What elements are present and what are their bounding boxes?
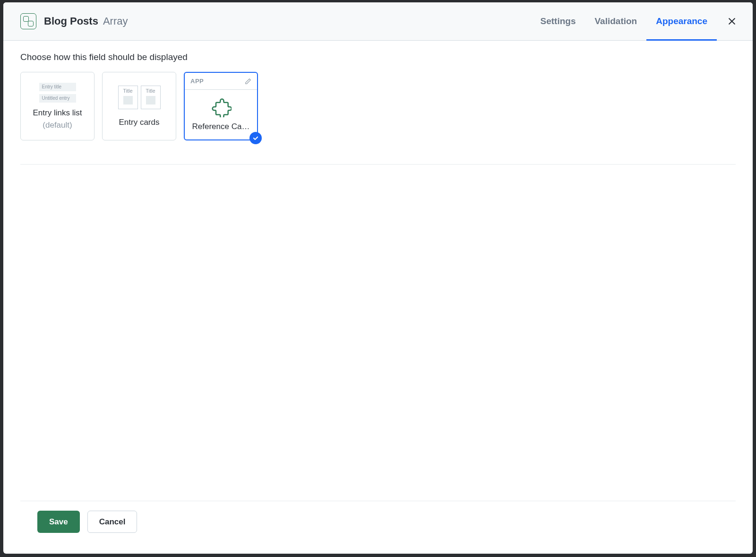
- reference-field-icon: [20, 13, 36, 29]
- app-badge: APP: [190, 78, 204, 85]
- app-badge-header: APP: [185, 73, 257, 90]
- mini-card-title: Title: [123, 88, 132, 94]
- mini-card-title: Title: [146, 88, 155, 94]
- tabs: Settings Validation Appearance: [531, 2, 605, 40]
- appearance-options: Entry title Untitled entry Entry links l…: [20, 72, 605, 140]
- pencil-icon: [245, 78, 251, 85]
- mini-card-block: [146, 96, 155, 104]
- mini-card: Title: [141, 86, 161, 109]
- field-settings-modal: Blog Posts Array Settings Validation App…: [3, 2, 605, 445]
- preview-line: Entry title: [39, 83, 76, 91]
- tab-validation[interactable]: Validation: [585, 2, 605, 40]
- option-label: Entry links list: [33, 108, 82, 118]
- preview-line: Untitled entry: [39, 94, 76, 103]
- check-icon: [252, 135, 259, 141]
- field-name: Blog Posts: [44, 15, 98, 27]
- option-reference-cards[interactable]: APP Reference Ca…: [184, 72, 258, 140]
- mini-card: Title: [118, 86, 138, 109]
- app-body: Reference Ca…: [185, 90, 257, 139]
- option-entry-links-list[interactable]: Entry title Untitled entry Entry links l…: [20, 72, 94, 140]
- option-entry-cards[interactable]: Title Title Entry cards: [102, 72, 176, 140]
- option-sublabel: (default): [43, 121, 72, 130]
- option-label: Reference Ca…: [189, 122, 252, 131]
- modal-header: Blog Posts Array Settings Validation App…: [3, 2, 605, 41]
- section-label: Choose how this field should be displaye…: [20, 52, 605, 62]
- tab-settings[interactable]: Settings: [531, 2, 585, 40]
- modal-body: Choose how this field should be displaye…: [3, 41, 605, 445]
- puzzle-piece-icon: [211, 96, 232, 117]
- mini-card-block: [123, 96, 133, 104]
- option-label: Entry cards: [119, 118, 160, 127]
- entry-links-preview: Entry title Untitled entry: [39, 83, 76, 103]
- entry-cards-preview: Title Title: [118, 86, 161, 109]
- selected-check-badge: [249, 132, 262, 144]
- field-type: Array: [103, 15, 128, 27]
